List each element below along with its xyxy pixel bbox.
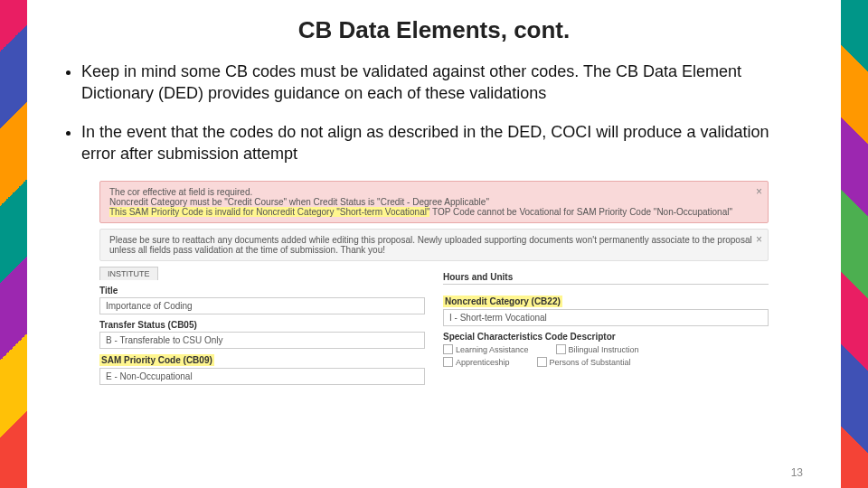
checkbox-icon xyxy=(556,344,566,354)
transfer-status-label: Transfer Status (CB05) xyxy=(99,320,425,330)
info-banner: × Please be sure to reattach any documen… xyxy=(99,229,769,261)
decorative-border-left xyxy=(0,0,27,488)
transfer-status-field[interactable]: B - Transferable to CSU Only xyxy=(99,332,425,349)
checkbox-row: Apprenticeship Persons of Substantial xyxy=(443,357,769,367)
slide-title: CB Data Elements, cont. xyxy=(27,16,841,44)
noncredit-category-label: Noncredit Category (CB22) xyxy=(443,296,562,307)
sam-priority-field[interactable]: E - Non-Occupational xyxy=(99,368,425,385)
error-line-tail: TOP Code cannot be Vocational for SAM Pr… xyxy=(429,207,732,217)
title-label: Title xyxy=(99,286,425,296)
checkbox-learning-assistance[interactable]: Learning Assistance xyxy=(443,344,529,354)
divider xyxy=(443,284,769,285)
noncredit-category-field[interactable]: I - Short-term Vocational xyxy=(443,309,769,326)
checkbox-row: Learning Assistance Bilingual Instructio… xyxy=(443,344,769,354)
institute-tab[interactable]: INSTITUTE xyxy=(99,267,158,280)
bullet-item: In the event that the codes do not align… xyxy=(81,121,805,165)
slide: CB Data Elements, cont. Keep in mind som… xyxy=(0,0,868,488)
checkbox-apprenticeship[interactable]: Apprenticeship xyxy=(443,357,510,367)
checkbox-bilingual-instruction[interactable]: Bilingual Instruction xyxy=(556,344,639,354)
checkbox-icon xyxy=(443,357,453,367)
checkbox-persons-substantial[interactable]: Persons of Substantial xyxy=(537,357,631,367)
checkbox-icon xyxy=(537,357,547,367)
error-line: This SAM Priority Code is invalid for No… xyxy=(109,207,759,217)
special-characteristics-label: Special Characteristics Code Descriptor xyxy=(443,332,769,342)
title-field[interactable]: Importance of Coding xyxy=(99,297,425,314)
error-line: Noncredit Category must be "Credit Cours… xyxy=(109,197,759,207)
bullet-list: Keep in mind some CB codes must be valid… xyxy=(63,61,805,164)
info-text: Please be sure to reattach any documents… xyxy=(109,235,752,255)
validation-error-banner: × The cor effective at field is required… xyxy=(99,181,769,223)
form-right-column: Hours and Units Noncredit Category (CB22… xyxy=(443,267,769,385)
screenshot-illustration: × The cor effective at field is required… xyxy=(99,181,769,385)
sam-priority-label: SAM Priority Code (CB09) xyxy=(99,354,214,366)
form-preview: INSTITUTE Title Importance of Coding Tra… xyxy=(99,267,769,385)
slide-content: CB Data Elements, cont. Keep in mind som… xyxy=(27,0,841,488)
bullet-item: Keep in mind some CB codes must be valid… xyxy=(81,61,805,105)
decorative-border-right xyxy=(841,0,868,488)
form-left-column: INSTITUTE Title Importance of Coding Tra… xyxy=(99,267,425,385)
page-number: 13 xyxy=(791,466,803,479)
close-icon[interactable]: × xyxy=(756,185,762,198)
error-highlight: This SAM Priority Code is invalid for No… xyxy=(109,207,429,217)
hours-units-label: Hours and Units xyxy=(443,272,769,282)
close-icon[interactable]: × xyxy=(756,233,762,246)
checkbox-icon xyxy=(443,344,453,354)
error-line: The cor effective at field is required. xyxy=(109,187,759,197)
